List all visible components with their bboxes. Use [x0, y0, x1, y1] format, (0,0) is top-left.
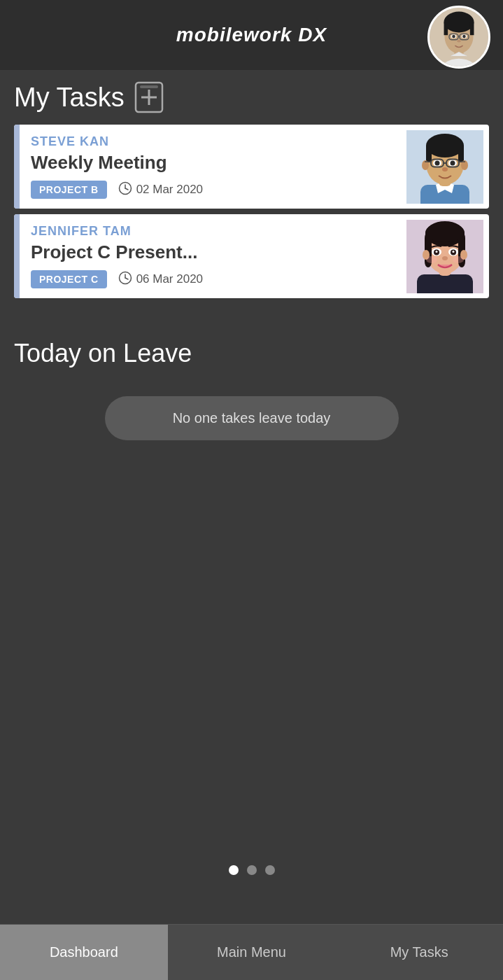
leave-section: Today on Leave No one takes leave today [0, 311, 503, 454]
nav-label-main-menu: Main Menu [217, 944, 286, 960]
task-card-2[interactable]: JENNIFER TAM Project C Present... PROJEC… [14, 214, 489, 298]
pagination-dot-2[interactable] [247, 865, 257, 875]
task-date-1: 02 Mar 2020 [118, 181, 203, 199]
my-tasks-section: My Tasks STEVE KAN Weekly Meeting PROJEC… [0, 70, 503, 311]
svg-rect-6 [470, 22, 474, 36]
task-card-content-2: JENNIFER TAM Project C Present... PROJEC… [20, 214, 405, 298]
bottom-nav: Dashboard Main Menu My Tasks [0, 924, 503, 980]
svg-point-61 [426, 256, 437, 263]
svg-point-34 [451, 160, 455, 165]
app-header: mobilework DX [0, 0, 503, 70]
task-project-2: PROJECT C [31, 270, 107, 288]
task-card-1[interactable]: STEVE KAN Weekly Meeting PROJECT B 02 Ma… [14, 125, 489, 209]
leave-title: Today on Leave [14, 339, 489, 368]
svg-point-58 [436, 251, 438, 253]
task-card-content-1: STEVE KAN Weekly Meeting PROJECT B 02 Ma… [20, 125, 405, 209]
nav-item-dashboard[interactable]: Dashboard [0, 925, 168, 980]
app-name-main: mobilework [176, 24, 292, 46]
pagination-dot-3[interactable] [265, 865, 275, 875]
svg-rect-27 [426, 146, 432, 162]
svg-point-40 [442, 167, 448, 172]
task-assignee-2: JENNIFER TAM [31, 224, 395, 239]
svg-point-59 [453, 251, 455, 253]
leave-empty-text: No one takes leave today [173, 410, 331, 426]
app-title: mobilework DX [176, 24, 327, 46]
svg-point-33 [435, 160, 440, 165]
svg-point-9 [452, 35, 455, 38]
svg-line-43 [125, 278, 128, 279]
clock-icon-2 [118, 271, 132, 288]
task-card-bar-1 [14, 125, 20, 209]
app-name-styled: DX [298, 24, 327, 46]
svg-point-62 [453, 256, 464, 263]
svg-point-51 [425, 223, 465, 242]
task-date-2: 06 Mar 2020 [118, 271, 203, 288]
task-meta-1: PROJECT B 02 Mar 2020 [31, 181, 395, 199]
leave-empty-badge: No one takes leave today [105, 396, 399, 440]
pagination-dots [229, 844, 275, 896]
task-photo-2 [405, 214, 489, 298]
pagination-dot-1[interactable] [229, 865, 239, 875]
add-task-button[interactable] [134, 81, 164, 113]
svg-point-14 [457, 40, 461, 43]
task-photo-1 [405, 125, 489, 209]
nav-label-my-tasks: My Tasks [390, 944, 448, 960]
nav-item-main-menu[interactable]: Main Menu [168, 925, 336, 980]
task-meta-2: PROJECT C 06 Mar 2020 [31, 270, 395, 288]
my-tasks-title: My Tasks [14, 83, 125, 113]
svg-rect-18 [140, 85, 158, 88]
task-title-1: Weekly Meeting [31, 152, 395, 174]
svg-line-21 [125, 188, 128, 190]
my-tasks-title-row: My Tasks [14, 81, 489, 113]
svg-point-4 [444, 12, 474, 33]
svg-rect-45 [417, 274, 473, 293]
svg-point-26 [426, 134, 464, 158]
nav-label-dashboard: Dashboard [50, 944, 118, 960]
task-project-1: PROJECT B [31, 181, 107, 199]
svg-point-60 [442, 256, 448, 260]
clock-icon-1 [118, 181, 132, 199]
svg-rect-5 [444, 22, 448, 36]
svg-rect-28 [458, 146, 464, 162]
nav-item-my-tasks[interactable]: My Tasks [335, 925, 503, 980]
user-avatar[interactable] [427, 6, 490, 69]
task-title-2: Project C Present... [31, 241, 395, 263]
svg-point-10 [462, 35, 466, 38]
task-assignee-1: STEVE KAN [31, 134, 395, 149]
task-card-bar-2 [14, 214, 20, 298]
